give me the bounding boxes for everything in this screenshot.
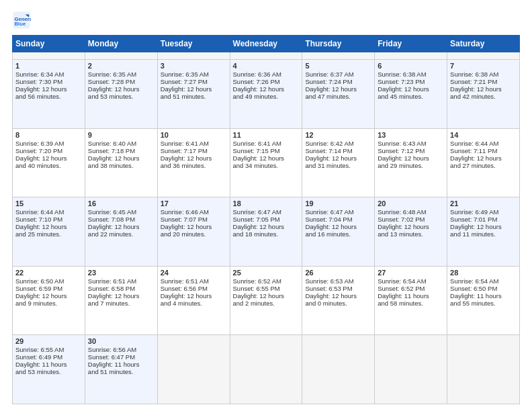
day-info-line: Sunrise: 6:47 AM xyxy=(305,208,371,216)
day-cell: 16Sunrise: 6:45 AMSunset: 7:08 PMDayligh… xyxy=(85,197,157,267)
day-info-line: Daylight: 12 hours xyxy=(305,85,371,93)
day-info-line: and 16 minutes. xyxy=(305,230,371,238)
day-info-line: Daylight: 12 hours xyxy=(378,154,444,162)
day-info-line: Sunrise: 6:51 AM xyxy=(161,277,227,285)
day-info-line: and 34 minutes. xyxy=(233,162,300,169)
day-info-line: Sunrise: 6:35 AM xyxy=(161,71,227,78)
day-info-line: Sunrise: 6:37 AM xyxy=(305,71,371,78)
day-number: 25 xyxy=(233,269,300,277)
day-number: 6 xyxy=(378,62,444,70)
day-info-line: Daylight: 12 hours xyxy=(161,292,227,300)
day-cell: 24Sunrise: 6:51 AMSunset: 6:56 PMDayligh… xyxy=(157,266,230,335)
day-info-line: Sunrise: 6:54 AM xyxy=(450,277,517,285)
col-header-monday: Monday xyxy=(85,36,157,52)
day-info-line: Daylight: 11 hours xyxy=(450,292,517,300)
day-info-line: Daylight: 12 hours xyxy=(305,223,371,230)
day-info-line: Sunrise: 6:53 AM xyxy=(305,277,371,285)
day-number: 16 xyxy=(88,199,154,208)
day-info-line: Daylight: 12 hours xyxy=(88,292,154,300)
day-info-line: and 51 minutes. xyxy=(161,93,227,100)
day-info-line: Daylight: 12 hours xyxy=(88,85,154,93)
day-number: 27 xyxy=(378,269,444,277)
week-row-0 xyxy=(13,52,520,60)
day-number: 1 xyxy=(15,62,82,70)
day-info-line: Sunset: 7:01 PM xyxy=(450,216,517,223)
day-info-line: Sunset: 6:50 PM xyxy=(450,285,517,292)
col-header-friday: Friday xyxy=(375,36,447,52)
day-info-line: Sunrise: 6:48 AM xyxy=(378,208,444,216)
week-row-2: 8Sunrise: 6:39 AMSunset: 7:20 PMDaylight… xyxy=(13,128,520,197)
day-cell xyxy=(230,335,302,404)
day-cell xyxy=(302,335,375,404)
day-info-line: Sunset: 7:17 PM xyxy=(161,147,227,154)
day-info-line: Sunset: 7:02 PM xyxy=(378,216,444,223)
day-info-line: Sunset: 6:52 PM xyxy=(378,285,444,292)
logo: General Blue xyxy=(12,11,34,30)
day-info-line: Sunset: 7:28 PM xyxy=(88,78,154,85)
day-info-line: and 47 minutes. xyxy=(305,93,371,100)
day-info-line: and 51 minutes. xyxy=(88,368,154,375)
day-info-line: Daylight: 12 hours xyxy=(88,223,154,230)
day-info-line: Sunrise: 6:44 AM xyxy=(450,140,517,147)
day-cell: 22Sunrise: 6:50 AMSunset: 6:59 PMDayligh… xyxy=(13,266,85,335)
day-info-line: Daylight: 12 hours xyxy=(161,223,227,230)
day-info-line: and 49 minutes. xyxy=(233,93,300,100)
day-cell xyxy=(375,52,447,60)
day-info-line: and 36 minutes. xyxy=(161,162,227,169)
day-cell: 29Sunrise: 6:55 AMSunset: 6:49 PMDayligh… xyxy=(13,335,85,404)
day-number: 21 xyxy=(450,199,517,208)
day-info-line: Sunset: 7:26 PM xyxy=(233,78,300,85)
day-info-line: Sunrise: 6:36 AM xyxy=(233,71,300,78)
day-info-line: Sunset: 7:21 PM xyxy=(450,78,517,85)
day-cell: 25Sunrise: 6:52 AMSunset: 6:55 PMDayligh… xyxy=(230,266,302,335)
day-info-line: Sunrise: 6:45 AM xyxy=(88,208,154,216)
day-info-line: Sunset: 7:24 PM xyxy=(305,78,371,85)
day-info-line: Sunset: 7:10 PM xyxy=(15,216,82,223)
day-info-line: and 53 minutes. xyxy=(88,93,154,100)
day-cell xyxy=(157,335,230,404)
day-info-line: and 2 minutes. xyxy=(233,300,300,307)
day-info-line: Sunrise: 6:40 AM xyxy=(88,140,154,147)
day-number: 30 xyxy=(88,337,154,345)
day-info-line: Sunrise: 6:41 AM xyxy=(161,140,227,147)
day-number: 14 xyxy=(450,131,517,139)
day-info-line: Daylight: 12 hours xyxy=(233,85,300,93)
col-header-tuesday: Tuesday xyxy=(157,36,230,52)
day-info-line: and 56 minutes. xyxy=(15,93,82,100)
day-info-line: Daylight: 12 hours xyxy=(378,223,444,230)
day-info-line: Sunrise: 6:55 AM xyxy=(15,346,82,353)
day-info-line: Sunset: 7:27 PM xyxy=(161,78,227,85)
day-info-line: Daylight: 12 hours xyxy=(305,154,371,162)
day-number: 20 xyxy=(378,199,444,208)
day-info-line: and 38 minutes. xyxy=(88,162,154,169)
day-cell xyxy=(375,335,447,404)
day-cell: 26Sunrise: 6:53 AMSunset: 6:53 PMDayligh… xyxy=(302,266,375,335)
day-cell: 11Sunrise: 6:41 AMSunset: 7:15 PMDayligh… xyxy=(230,128,302,197)
day-cell: 13Sunrise: 6:43 AMSunset: 7:12 PMDayligh… xyxy=(375,128,447,197)
day-info-line: and 11 minutes. xyxy=(450,230,517,238)
day-info-line: and 7 minutes. xyxy=(88,300,154,307)
day-info-line: Sunset: 7:14 PM xyxy=(305,147,371,154)
day-number: 7 xyxy=(450,62,517,70)
day-info-line: Sunset: 6:59 PM xyxy=(15,285,82,292)
day-cell: 12Sunrise: 6:42 AMSunset: 7:14 PMDayligh… xyxy=(302,128,375,197)
day-info-line: Sunset: 6:49 PM xyxy=(15,353,82,361)
day-cell: 18Sunrise: 6:47 AMSunset: 7:05 PMDayligh… xyxy=(230,197,302,267)
day-info-line: Daylight: 12 hours xyxy=(161,154,227,162)
day-cell xyxy=(302,52,375,60)
day-info-line: Sunset: 7:30 PM xyxy=(15,78,82,85)
day-info-line: and 9 minutes. xyxy=(15,300,82,307)
day-cell: 23Sunrise: 6:51 AMSunset: 6:58 PMDayligh… xyxy=(85,266,157,335)
day-info-line: Sunset: 6:56 PM xyxy=(161,285,227,292)
day-info-line: Sunrise: 6:51 AM xyxy=(88,277,154,285)
day-info-line: Sunset: 7:08 PM xyxy=(88,216,154,223)
day-info-line: Sunset: 6:47 PM xyxy=(88,353,154,361)
day-info-line: Sunrise: 6:46 AM xyxy=(161,208,227,216)
svg-text:Blue: Blue xyxy=(15,21,26,27)
day-info-line: Sunrise: 6:47 AM xyxy=(233,208,300,216)
day-number: 8 xyxy=(15,131,82,139)
day-number: 2 xyxy=(88,62,154,70)
day-info-line: Daylight: 12 hours xyxy=(378,85,444,93)
week-row-5: 29Sunrise: 6:55 AMSunset: 6:49 PMDayligh… xyxy=(13,335,520,404)
day-number: 26 xyxy=(305,269,371,277)
